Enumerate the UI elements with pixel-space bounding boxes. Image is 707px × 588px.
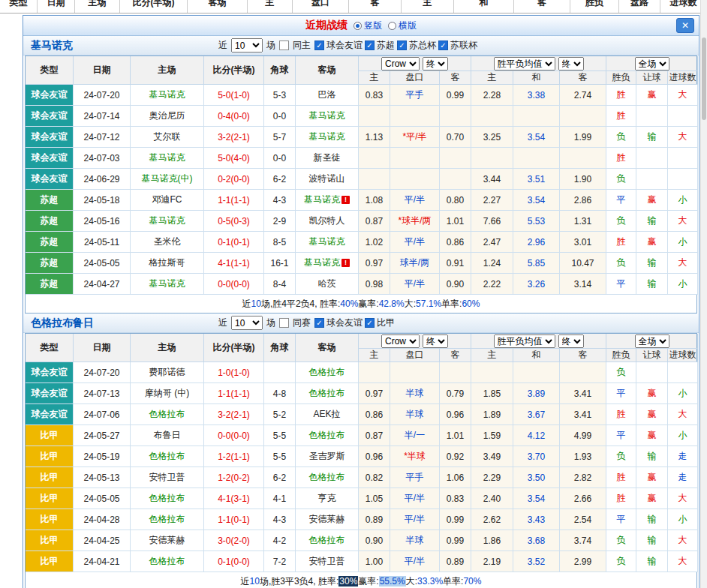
same-filter-checkbox[interactable]	[279, 318, 289, 328]
odds-company-select[interactable]: Crow	[381, 57, 420, 70]
cell-handicap-home-odds: 0.97	[359, 253, 390, 274]
cell-corners: 5-2	[264, 404, 296, 425]
scope-select[interactable]: 全场	[635, 57, 669, 70]
league-filter-checkbox[interactable]	[397, 40, 407, 50]
league-filter-checkbox[interactable]	[365, 40, 375, 50]
summary-segment: 55.5%	[379, 576, 406, 586]
same-filter-checkbox[interactable]	[279, 40, 289, 50]
cell-handicap-line	[390, 106, 440, 127]
cell-1x2-draw-odds: 3.38	[513, 85, 560, 106]
bg-header-cell: 客	[349, 0, 402, 13]
cell-1x2-draw-odds	[513, 148, 560, 169]
cell-1x2-home-odds	[471, 148, 513, 169]
cell-corners: 6-2	[264, 169, 296, 190]
cell-league-type: 比甲	[26, 467, 74, 488]
cell-away-team: 凯尔特人	[296, 211, 359, 232]
subcol-handicap-result: 让球	[636, 71, 668, 85]
league-filter-group: 球会友谊苏超苏总杯苏联杯	[314, 39, 477, 52]
league-filter-checkbox[interactable]	[365, 318, 375, 328]
cell-date: 24-05-05	[74, 253, 131, 274]
cell-result: 负	[606, 362, 636, 383]
league-filter-checkbox[interactable]	[438, 40, 448, 50]
cell-score: 3-2(2-1)	[204, 127, 264, 148]
cell-away-team: 色格拉布	[296, 467, 359, 488]
cell-away-team: 哈茨	[296, 274, 359, 295]
games-label: 场	[266, 316, 275, 329]
europe-stage-select[interactable]: 终	[558, 334, 584, 348]
league-filter-label: 苏总杯	[409, 39, 436, 52]
cell-result: 平	[606, 274, 636, 295]
cell-corners: 0-0	[264, 106, 296, 127]
match-row: 球会友谊24-07-13摩纳哥 (中)1-1(1-1)4-8色格拉布0.97半球…	[26, 383, 696, 404]
cell-league-type: 球会友谊	[26, 106, 74, 127]
cell-home-team: 安特卫普	[131, 467, 204, 488]
col-score: 比分(半场)	[204, 334, 264, 362]
cell-home-team: 格拉斯哥	[131, 253, 204, 274]
cell-handicap-result: 输	[636, 211, 668, 232]
scrollbar[interactable]	[700, 0, 707, 588]
match-row: 比甲24-05-05色格拉布4-1(3-1)4-1亨克1.05平/半0.832.…	[26, 488, 696, 509]
cell-1x2-away-odds: 2.66	[560, 488, 606, 509]
cell-handicap-line: 半球	[390, 530, 440, 551]
cell-handicap-away-odds: 0.80	[440, 190, 471, 211]
cell-1x2-draw-odds: 3.51	[513, 169, 560, 190]
match-count-select[interactable]: 10	[231, 38, 263, 52]
europe-odds-select[interactable]: 胜平负均值	[494, 57, 555, 70]
cell-1x2-away-odds: 3.01	[560, 232, 606, 253]
team-name: 色格拉布鲁日	[31, 316, 218, 330]
odds-company-select[interactable]: Crow	[381, 334, 420, 348]
cell-date: 24-04-25	[74, 530, 131, 551]
cell-handicap-result	[636, 169, 668, 190]
europe-odds-select[interactable]: 胜平负均值	[494, 334, 555, 348]
match-row: 球会友谊24-07-06色格拉布3-2(2-1)5-2AEK拉0.86半球0.9…	[26, 404, 696, 425]
cell-home-team: 基马诺克	[131, 85, 204, 106]
team-name: 基马诺克	[31, 39, 218, 52]
cell-1x2-draw-odds: 3.54	[513, 488, 560, 509]
cell-handicap-home-odds: 0.87	[359, 425, 390, 446]
cell-away-team: 亨克	[296, 488, 359, 509]
bg-header-cell: 胜负	[570, 0, 619, 13]
cell-handicap-result: 输	[636, 127, 668, 148]
cell-handicap-line: 球半/两	[390, 253, 440, 274]
background-page-header: 类型日期主场比分(半场)客场主盘口客主和客胜负盘路进球数	[0, 0, 707, 14]
radio-selected-icon[interactable]	[354, 22, 362, 30]
cell-1x2-home-odds: 3.49	[471, 446, 513, 467]
layout-option-vertical[interactable]: 竖版	[354, 20, 382, 32]
col-away: 客场	[296, 334, 359, 362]
cell-score: 1-2(0-2)	[204, 467, 264, 488]
layout-option-horizontal[interactable]: 横版	[388, 20, 417, 32]
col-home: 主场	[131, 56, 204, 85]
cell-1x2-home-odds: 3.44	[471, 169, 513, 190]
cell-handicap-away-odds: 0.96	[440, 404, 471, 425]
cell-date: 24-05-19	[74, 446, 131, 467]
odds-stage-select[interactable]: 终	[423, 57, 448, 70]
scope-select[interactable]: 全场	[635, 334, 669, 348]
radio-icon[interactable]	[388, 22, 396, 30]
radio-label: 横版	[399, 20, 417, 32]
bg-header-cell: 主	[402, 0, 454, 13]
league-filter-checkbox[interactable]	[314, 318, 324, 328]
summary-segment: 60%	[462, 298, 480, 309]
bg-header-cell: 日期	[38, 0, 75, 13]
cell-score: 0-5(0-3)	[204, 211, 264, 232]
cell-date: 24-07-14	[74, 106, 131, 127]
cell-1x2-home-odds: 2.19	[471, 551, 513, 572]
cell-1x2-away-odds: 1.99	[560, 127, 606, 148]
close-icon[interactable]: ✕	[676, 18, 694, 33]
cell-away-team: 色格拉布	[296, 383, 359, 404]
scrollbar-thumb[interactable]	[702, 38, 706, 120]
cell-date: 24-05-11	[74, 232, 131, 253]
summary-segment: 33.3%	[417, 576, 443, 586]
matches-table: 类型 日期 主场 比分(半场) 角球 客场 Crow 终 胜平负均值 终 全场 …	[25, 333, 697, 588]
league-filter-checkbox[interactable]	[314, 40, 324, 50]
cell-home-team: 基马诺克	[131, 274, 204, 295]
match-count-select[interactable]: 10	[231, 316, 263, 330]
cell-1x2-draw-odds: 2.96	[513, 232, 560, 253]
europe-odds-group: 胜平负均值 终	[471, 56, 606, 71]
cell-goals-result: 小	[668, 509, 698, 530]
europe-stage-select[interactable]: 终	[558, 57, 584, 70]
cell-date: 24-07-20	[74, 85, 131, 106]
odds-stage-select[interactable]: 终	[423, 334, 448, 348]
col-score: 比分(半场)	[204, 56, 264, 85]
summary-segment: 70%	[463, 576, 481, 586]
